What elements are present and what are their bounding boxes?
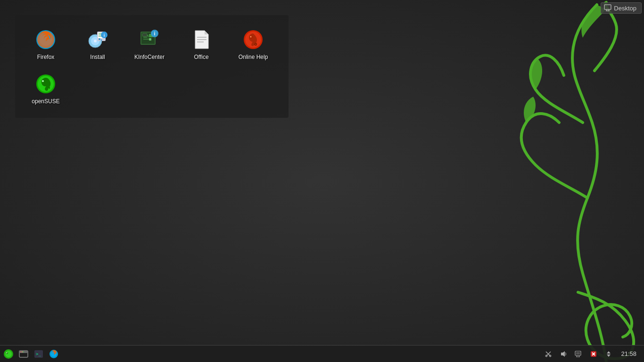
taskbar-right: 21:58 (542, 347, 642, 361)
taskbar-firefox-icon[interactable] (47, 347, 60, 361)
svg-point-22 (99, 38, 100, 40)
opensuse-wallpaper (408, 0, 644, 362)
svg-point-55 (22, 351, 23, 352)
svg-rect-33 (149, 38, 151, 41)
kinfocenter-icon: i (138, 28, 161, 51)
opensuse-icon-item[interactable]: openSUSE (20, 69, 72, 108)
icon-panel: Firefox (15, 15, 289, 118)
svg-point-49 (5, 351, 12, 357)
tray-notify-icon[interactable] (587, 347, 600, 361)
svg-text:>_: >_ (36, 352, 41, 356)
svg-marker-74 (607, 351, 611, 354)
taskbar-app3-icon[interactable]: >_ (32, 347, 45, 361)
firefox-icon (34, 28, 57, 51)
online-help-icon-item[interactable]: Online Help (227, 25, 279, 64)
icon-grid: Firefox (20, 25, 284, 108)
svg-text:i: i (154, 31, 156, 36)
tray-arrows-icon[interactable] (602, 347, 615, 361)
svg-rect-67 (576, 352, 580, 354)
tray-scissors-icon[interactable] (542, 347, 555, 361)
firefox-label: Firefox (37, 54, 55, 60)
online-help-label: Online Help (239, 54, 268, 60)
office-icon (190, 28, 213, 51)
system-clock: 21:58 (618, 350, 639, 357)
tray-volume-icon[interactable] (557, 347, 570, 361)
taskbar-left: >_ (2, 347, 60, 361)
opensuse-icon (34, 73, 57, 95)
install-label: Install (90, 54, 105, 60)
taskbar-app2-icon[interactable] (17, 347, 30, 361)
tray-area (542, 347, 615, 361)
svg-text:i: i (104, 33, 105, 38)
svg-marker-75 (607, 354, 611, 357)
tray-display-icon[interactable] (572, 347, 585, 361)
svg-point-23 (101, 40, 102, 41)
opensuse-label: openSUSE (32, 98, 59, 105)
kinfocenter-icon-item[interactable]: i KInfoCenter (124, 25, 175, 64)
svg-point-51 (7, 352, 8, 353)
office-label: Office (194, 54, 208, 60)
svg-point-47 (42, 80, 44, 82)
taskbar: >_ (0, 345, 644, 362)
install-icon: i (86, 28, 109, 51)
desktop-button[interactable]: Desktop (601, 2, 642, 14)
svg-point-56 (23, 351, 24, 352)
svg-rect-34 (142, 33, 147, 36)
taskbar-app1-icon[interactable] (2, 347, 15, 361)
desktop-button-label: Desktop (614, 5, 636, 12)
monitor-icon (604, 4, 611, 12)
svg-point-15 (94, 40, 97, 42)
svg-rect-7 (604, 5, 611, 9)
install-icon-item[interactable]: i Install (72, 25, 124, 64)
kinfocenter-label: KInfoCenter (134, 54, 165, 60)
online-help-icon (242, 28, 264, 51)
office-icon-item[interactable]: Office (175, 25, 227, 64)
svg-point-43 (250, 36, 252, 38)
svg-marker-65 (561, 351, 565, 357)
firefox-icon-item[interactable]: Firefox (20, 25, 72, 64)
svg-point-54 (20, 351, 21, 352)
